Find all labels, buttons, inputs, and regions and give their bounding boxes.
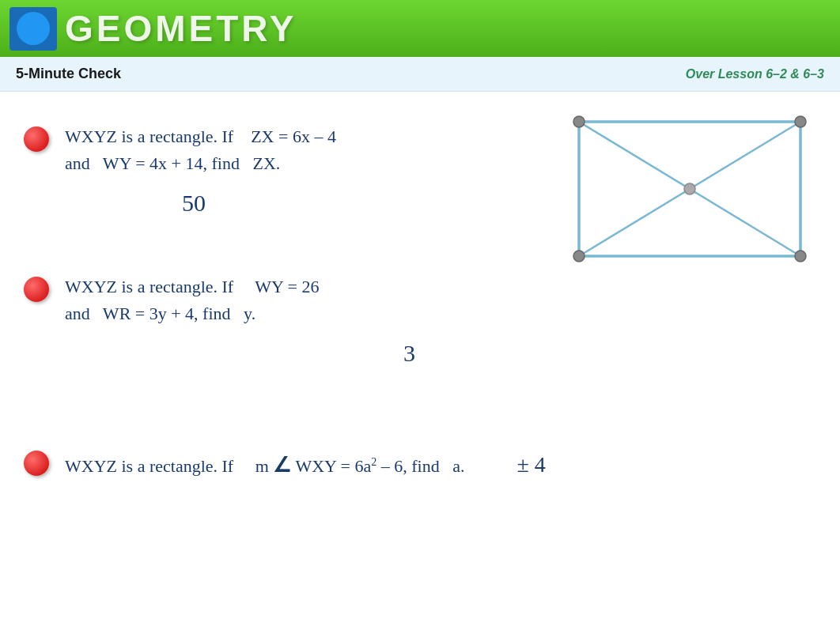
problem-text-1: WXYZ is a rectangle. If ZX = 6x – 4 and …	[65, 123, 524, 177]
sub-header: 5-Minute Check Over Lesson 6–2 & 6–3	[0, 57, 840, 92]
problem-row-2: WXYZ is a rectangle. If WY = 26 and WR =…	[24, 264, 816, 337]
problem-3-line1: WXYZ is a rectangle. If m ∠ WXY = 6a2 – …	[65, 447, 777, 481]
problem-2-line2: and WR = 3y + 4, find y.	[65, 300, 524, 327]
problem-row-3: WXYZ is a rectangle. If m ∠ WXY = 6a2 – …	[24, 438, 816, 491]
lesson-label: Over Lesson 6–2 & 6–3	[686, 67, 824, 81]
problem-text-3: WXYZ is a rectangle. If m ∠ WXY = 6a2 – …	[65, 447, 777, 481]
answer-1: 50	[182, 190, 206, 216]
problem-1-line1: WXYZ is a rectangle. If ZX = 6x – 4	[65, 123, 524, 150]
header-bar: GEOMETRY	[0, 0, 840, 57]
bullet-3	[24, 451, 49, 476]
svg-point-6	[795, 251, 806, 262]
problem-text-2: WXYZ is a rectangle. If WY = 26 and WR =…	[65, 274, 524, 327]
header-logo	[9, 7, 57, 51]
five-min-check-label: 5-Minute Check	[16, 66, 121, 82]
problem-row-1: WXYZ is a rectangle. If ZX = 6x – 4 and …	[24, 114, 816, 187]
svg-point-5	[573, 251, 585, 262]
answer-2: 3	[403, 340, 415, 366]
bullet-1	[24, 126, 49, 152]
logo-circle	[17, 12, 50, 45]
problem-1-line2: and WY = 4x + 14, find ZX.	[65, 150, 524, 177]
angle-symbol: ∠	[273, 454, 291, 477]
main-content: WXYZ is a rectangle. If ZX = 6x – 4 and …	[0, 92, 840, 506]
bullet-2	[24, 277, 49, 302]
problem-section-3: WXYZ is a rectangle. If m ∠ WXY = 6a2 – …	[24, 438, 816, 491]
answer-3: ± 4	[517, 452, 546, 477]
problem-section-2: WXYZ is a rectangle. If WY = 26 and WR =…	[24, 264, 816, 367]
app-title: GEOMETRY	[65, 7, 297, 50]
problem-2-line1: WXYZ is a rectangle. If WY = 26	[65, 274, 524, 300]
